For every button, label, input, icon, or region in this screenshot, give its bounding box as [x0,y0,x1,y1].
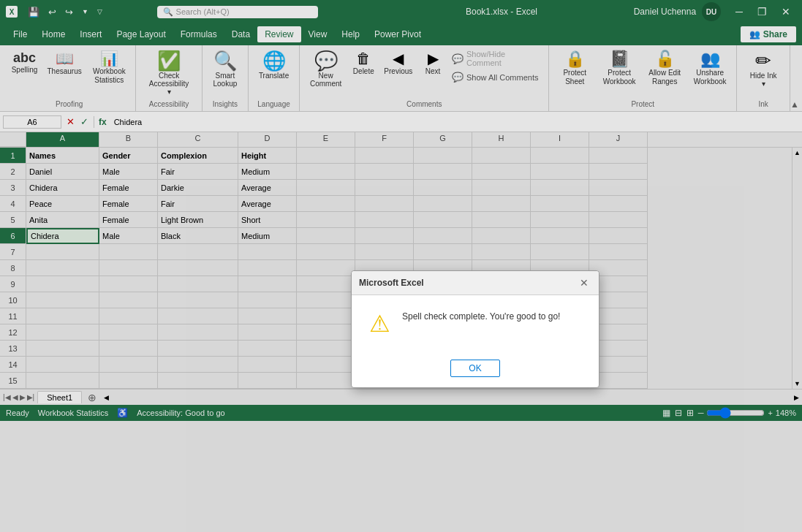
dialog-message: Spell check complete. You're good to go! [402,310,560,323]
dialog-footer: OK [352,352,599,387]
dialog-ok-button[interactable]: OK [450,360,499,377]
dialog-close-button[interactable]: ✕ [577,276,591,290]
dialog-body: ⚠ Spell check complete. You're good to g… [352,295,599,352]
dialog-overlay: Microsoft Excel ✕ ⚠ Spell check complete… [0,0,802,421]
dialog-warning-icon: ⚠ [369,310,390,338]
dialog-title-text: Microsoft Excel [359,278,424,288]
dialog-title-bar: Microsoft Excel ✕ [352,271,599,295]
microsoft-excel-dialog: Microsoft Excel ✕ ⚠ Spell check complete… [351,270,599,388]
